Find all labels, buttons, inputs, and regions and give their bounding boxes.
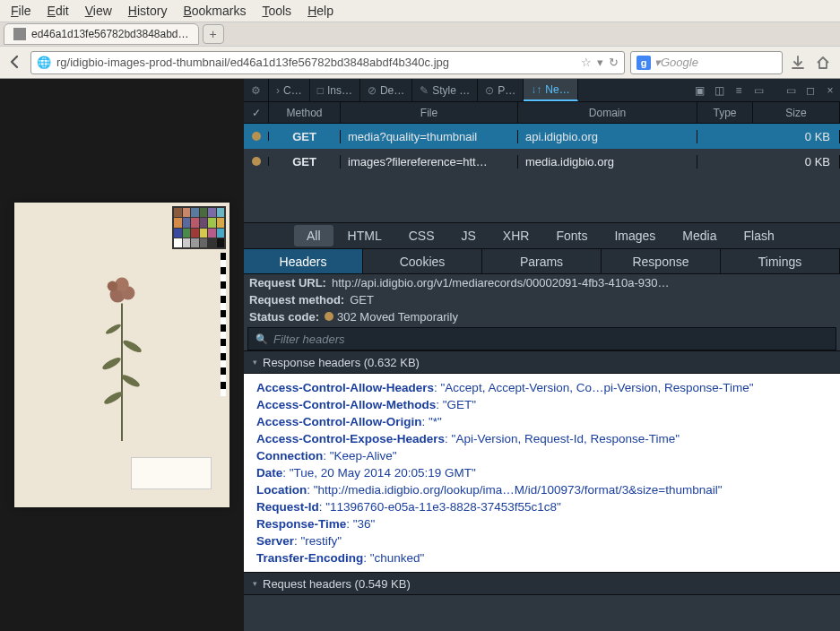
color-calibration-chart: [172, 206, 226, 249]
svg-point-4: [105, 323, 123, 336]
request-summary: Request URL: http://api.idigbio.org/v1/m…: [244, 274, 840, 325]
toolbox-icon[interactable]: ▣: [689, 84, 709, 97]
devtools-tab[interactable]: ⊙P…: [478, 79, 524, 101]
popout-icon[interactable]: ◻: [801, 84, 820, 97]
reload-icon[interactable]: ↻: [609, 56, 619, 69]
response-header-row: Server: "restify": [256, 532, 827, 549]
browser-tab[interactable]: ed46a1d13fe56782bd3848abd…: [4, 23, 199, 45]
navigation-bar: 🌐 rg/idigbio-images-prod-thumbnail/ed46a…: [0, 47, 840, 79]
menu-history[interactable]: History: [121, 2, 175, 20]
network-request-row[interactable]: GETmedia?quality=thumbnailapi.idigbio.or…: [244, 124, 840, 149]
response-header-row: Access-Control-Allow-Origin: "*": [256, 413, 827, 430]
response-header-row: Date: "Tue, 20 May 2014 20:05:19 GMT": [256, 464, 827, 481]
subtab-headers[interactable]: Headers: [244, 249, 363, 273]
filter-tab-fonts[interactable]: Fonts: [543, 225, 600, 246]
request-headers-section[interactable]: Request headers (0.549 KB): [244, 572, 840, 595]
globe-icon: 🌐: [37, 56, 51, 69]
menu-edit[interactable]: Edit: [40, 2, 76, 20]
network-request-row[interactable]: GETimages?filereference=htt…media.idigbi…: [244, 149, 840, 174]
devtools-tab[interactable]: ⊘De…: [360, 79, 412, 101]
devtools-tab[interactable]: ✎Style …: [412, 79, 478, 101]
response-header-row: Access-Control-Allow-Headers: "Accept, A…: [256, 379, 827, 396]
google-icon: g: [636, 56, 651, 70]
filter-tab-flash[interactable]: Flash: [731, 225, 786, 246]
menu-help[interactable]: Help: [300, 2, 341, 20]
menu-view[interactable]: View: [78, 2, 119, 20]
dropdown-icon[interactable]: ▾: [597, 56, 603, 69]
subtab-params[interactable]: Params: [482, 249, 602, 273]
filter-tab-css[interactable]: CSS: [396, 225, 447, 246]
col-status[interactable]: ✓: [244, 102, 269, 123]
response-header-row: Response-Time: "36": [256, 515, 827, 532]
svg-point-2: [101, 356, 123, 372]
specimen-label: [131, 457, 212, 489]
filter-tab-js[interactable]: JS: [448, 225, 488, 246]
subtab-cookies[interactable]: Cookies: [363, 249, 482, 273]
home-icon[interactable]: [813, 53, 833, 73]
tab-strip: ed46a1d13fe56782bd3848abd… +: [0, 22, 840, 47]
svg-point-3: [122, 338, 143, 354]
response-header-row: Transfer-Encoding: "chunked": [256, 549, 827, 566]
list-icon[interactable]: ≡: [729, 84, 749, 97]
window-icon[interactable]: ▭: [749, 84, 768, 97]
svg-point-0: [103, 390, 125, 406]
url-text: rg/idigbio-images-prod-thumbnail/ed46a1d…: [56, 56, 449, 69]
downloads-icon[interactable]: [788, 53, 808, 73]
network-table-header: ✓ Method File Domain Type Size: [244, 102, 840, 124]
url-bar[interactable]: 🌐 rg/idigbio-images-prod-thumbnail/ed46a…: [30, 51, 625, 74]
subtab-response[interactable]: Response: [602, 249, 721, 273]
dock-icon[interactable]: ▭: [781, 84, 801, 97]
new-tab-button[interactable]: +: [203, 24, 224, 44]
response-header-row: Location: "http://media.idigbio.org/look…: [256, 481, 827, 498]
col-file[interactable]: File: [341, 102, 518, 123]
plant-silhouette: [100, 233, 143, 477]
filter-tab-media[interactable]: Media: [670, 225, 729, 246]
filter-tab-images[interactable]: Images: [602, 225, 668, 246]
search-bar[interactable]: g ▾ Google: [630, 51, 783, 74]
filter-tab-xhr[interactable]: XHR: [490, 225, 542, 246]
network-filter-tabs: AllHTMLCSSJSXHRFontsImagesMediaFlash: [244, 222, 840, 249]
menu-bookmarks[interactable]: Bookmarks: [176, 2, 253, 20]
bookmark-icon[interactable]: ☆: [581, 56, 592, 69]
col-type[interactable]: Type: [697, 102, 753, 123]
col-method[interactable]: Method: [269, 102, 341, 123]
request-detail-tabs: HeadersCookiesParamsResponseTimings: [244, 249, 840, 274]
specimen-image: [14, 203, 229, 507]
col-domain[interactable]: Domain: [518, 102, 697, 123]
filter-tab-html[interactable]: HTML: [335, 225, 394, 246]
filter-tab-all[interactable]: All: [294, 225, 333, 246]
devtools-tab[interactable]: ↓↑Ne…: [524, 79, 577, 101]
devtools-tab[interactable]: □Ins…: [310, 79, 360, 101]
menu-bar: FileEditViewHistoryBookmarksToolsHelp: [0, 0, 840, 22]
box-icon[interactable]: ◫: [709, 84, 729, 97]
col-size[interactable]: Size: [753, 102, 840, 123]
response-header-row: Connection: "Keep-Alive": [256, 447, 827, 464]
menu-file[interactable]: File: [4, 2, 39, 20]
response-headers-section[interactable]: Response headers (0.632 KB): [244, 350, 840, 374]
devtools-tab[interactable]: ›C…: [269, 79, 310, 101]
devtools-panel: ⚙›C…□Ins…⊘De…✎Style …⊙P…↓↑Ne… ▣ ◫ ≡ ▭ ▭ …: [244, 79, 840, 631]
tab-title: ed46a1d13fe56782bd3848abd…: [31, 28, 189, 40]
status-dot-icon: [325, 312, 333, 321]
response-headers-list: Access-Control-Allow-Headers: "Accept, A…: [244, 374, 840, 572]
response-header-row: Request-Id: "11396760-e05a-11e3-8828-374…: [256, 498, 827, 515]
search-placeholder: Google: [661, 56, 698, 69]
filter-headers-input[interactable]: Filter headers: [247, 327, 836, 350]
scale-ruler: [221, 253, 226, 396]
response-header-row: Access-Control-Allow-Methods: "GET": [256, 396, 827, 413]
devtools-toolbar: ⚙›C…□Ins…⊘De…✎Style …⊙P…↓↑Ne… ▣ ◫ ≡ ▭ ▭ …: [244, 79, 840, 102]
subtab-timings[interactable]: Timings: [721, 249, 840, 273]
response-header-row: Access-Control-Expose-Headers: "Api-Vers…: [256, 430, 827, 447]
menu-tools[interactable]: Tools: [255, 2, 299, 20]
svg-point-1: [120, 373, 142, 389]
devtools-tab[interactable]: ⚙: [244, 79, 269, 101]
page-viewport: [0, 79, 244, 631]
tab-favicon: [13, 28, 26, 40]
svg-point-8: [108, 281, 118, 291]
close-devtools-icon[interactable]: ×: [820, 84, 840, 97]
back-button[interactable]: [7, 54, 25, 72]
